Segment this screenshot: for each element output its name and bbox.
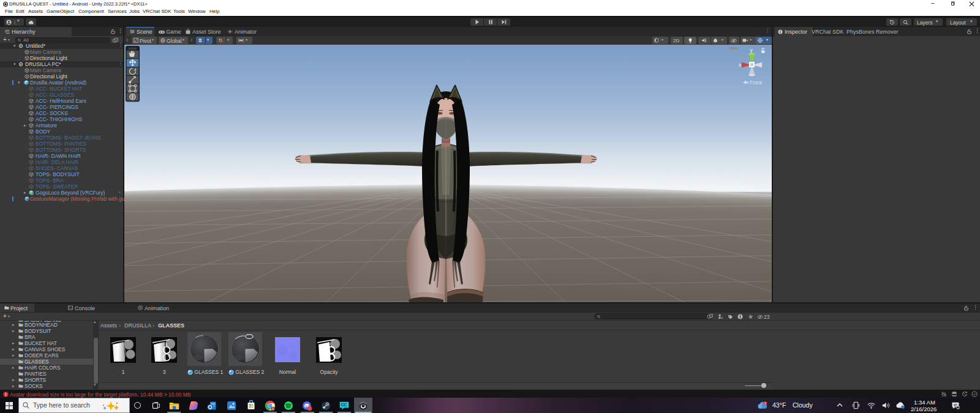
svg-text:2: 2 (957, 406, 959, 409)
svg-text:x: x (739, 62, 742, 68)
svg-text:y: y (750, 47, 753, 53)
svg-text:CC: CC (341, 403, 347, 407)
svg-text:Front: Front (750, 80, 762, 86)
